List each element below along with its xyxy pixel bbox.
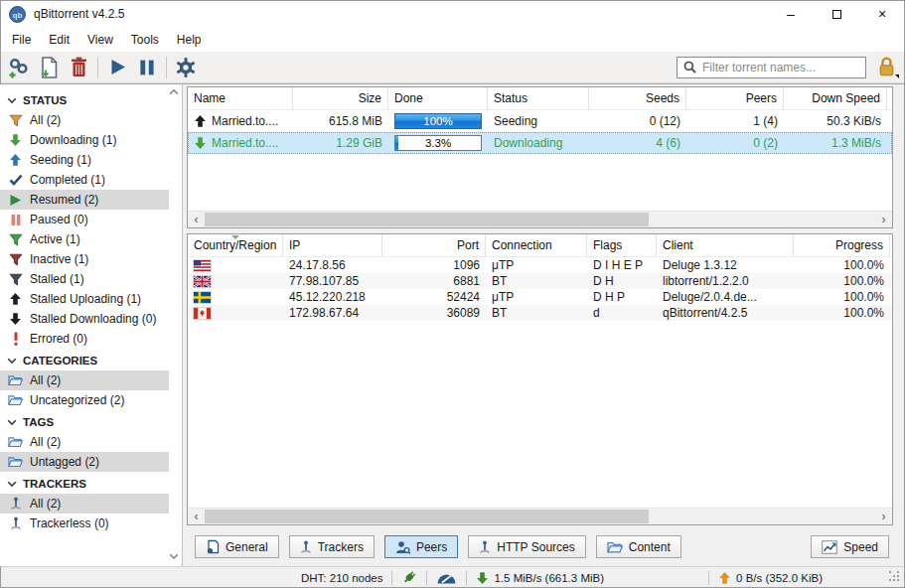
sidebar-item-label: Stalled Uploading (1): [30, 292, 141, 306]
scroll-thumb[interactable]: [205, 510, 649, 523]
sidebar-item-paused-0[interactable]: Paused (0): [0, 210, 169, 229]
sidebar-item-downloading-1[interactable]: Downloading (1): [0, 130, 169, 150]
arrow-down-green-icon: [8, 133, 23, 147]
peer-client-cell: Deluge/2.0.4.de...: [657, 289, 794, 305]
sidebar-item-label: Seeding (1): [30, 153, 91, 167]
peers-column-header-flags[interactable]: Flags: [587, 234, 657, 256]
sidebar-item-stalled-1[interactable]: Stalled (1): [0, 269, 169, 289]
peer-row[interactable]: 172.98.67.6436089BTdqBittorrent/4.2.5100…: [188, 305, 892, 321]
peer-progress-cell: 100.0%: [794, 305, 890, 321]
tab-http-sources[interactable]: HTTP Sources: [468, 535, 585, 558]
sidebar-item-errored-0[interactable]: Errored (0): [0, 329, 169, 349]
search-input[interactable]: Filter torrent names...: [677, 57, 866, 78]
peer-country-cell: [188, 289, 283, 305]
peers-column-header-client[interactable]: Client: [657, 234, 794, 256]
torrent-column-header-down-speed[interactable]: Down Speed: [784, 87, 887, 109]
peer-row[interactable]: 77.98.107.856881BTD Hlibtorrent/1.2.2.01…: [188, 273, 892, 289]
sidebar-item-trackerless-0[interactable]: Trackerless (0): [0, 514, 169, 533]
resize-grip[interactable]: [889, 571, 891, 573]
tracker-icon: [300, 540, 312, 554]
peer-row[interactable]: 24.17.8.561096μTPD I H E PDeluge 1.3.121…: [188, 257, 892, 273]
sidebar-item-uncategorized-2[interactable]: Uncategorized (2): [0, 390, 169, 410]
sidebar-item-stalled-downloading-0[interactable]: Stalled Downloading (0): [0, 309, 169, 329]
peer-flags-cell: d: [587, 305, 657, 321]
sidebar-scroll-up-icon[interactable]: [169, 88, 179, 95]
torrent-column-header-peers[interactable]: Peers: [686, 87, 784, 109]
torrent-done-cell: 3.3%: [388, 132, 488, 154]
scroll-left-icon[interactable]: ‹: [188, 212, 205, 228]
maximize-button[interactable]: [814, 0, 859, 28]
main-pane: NameSizeDoneStatusSeedsPeersDown Speed M…: [187, 84, 905, 566]
peer-ip-cell: 45.12.220.218: [283, 289, 382, 305]
sidebar-item-stalled-uploading-1[interactable]: Stalled Uploading (1): [0, 289, 169, 309]
torrent-column-header-size[interactable]: Size: [293, 87, 388, 109]
torrent-done-cell: 100%: [388, 110, 488, 132]
sidebar-item-label: All (2): [30, 435, 61, 449]
sidebar-item-untagged-2[interactable]: Untagged (2): [0, 452, 169, 472]
options-button[interactable]: [171, 54, 201, 81]
upload-speed-status[interactable]: 0 B/s (352.0 KiB): [718, 571, 823, 585]
peers-column-header-country-region[interactable]: Country/Region: [188, 234, 283, 256]
connection-plug-icon[interactable]: [401, 570, 417, 585]
add-torrent-link-button[interactable]: [4, 54, 34, 81]
statusbar-separator: [466, 571, 467, 585]
sidebar-item-resumed-2[interactable]: Resumed (2): [0, 190, 169, 210]
flag-us-icon: [194, 260, 211, 271]
menu-edit[interactable]: Edit: [40, 30, 78, 50]
torrent-column-header-seeds[interactable]: Seeds: [589, 87, 686, 109]
menu-tools[interactable]: Tools: [122, 30, 168, 50]
torrent-row[interactable]: Married.to....615.8 MiB100%Seeding0 (12)…: [188, 110, 892, 132]
tab-content[interactable]: Content: [596, 535, 681, 558]
menu-help[interactable]: Help: [168, 30, 211, 50]
scroll-left-icon[interactable]: ‹: [188, 509, 205, 525]
torrent-column-header-status[interactable]: Status: [488, 87, 589, 109]
torrent-size-cell: 1.29 GiB: [293, 132, 388, 154]
peers-column-header-ip[interactable]: IP: [283, 234, 382, 256]
peer-row[interactable]: 45.12.220.21852424μTPD H PDeluge/2.0.4.d…: [188, 289, 892, 305]
add-torrent-file-button[interactable]: [34, 54, 64, 81]
sidebar-item-all-2[interactable]: All (2): [0, 494, 169, 514]
torrent-column-header-done[interactable]: Done: [388, 87, 488, 109]
peer-filler-cell: [890, 273, 902, 289]
sidebar-scroll-down-icon[interactable]: [169, 553, 179, 560]
sidebar-item-label: Errored (0): [30, 332, 87, 346]
sidebar-item-seeding-1[interactable]: Seeding (1): [0, 150, 169, 170]
peer-progress-cell: 100.0%: [794, 257, 890, 273]
speed-button-label: Speed: [843, 540, 878, 554]
scroll-thumb[interactable]: [205, 213, 649, 226]
sidebar-item-all-2[interactable]: All (2): [0, 110, 169, 130]
tab-general[interactable]: General: [195, 535, 279, 558]
scroll-right-icon[interactable]: ›: [875, 509, 892, 525]
window-title: qBittorrent v4.2.5: [34, 7, 124, 21]
peers-hscrollbar[interactable]: ‹ ›: [188, 508, 892, 524]
peers-column-header-progress[interactable]: Progress: [794, 234, 890, 256]
torrent-column-header-name[interactable]: Name: [188, 87, 293, 109]
scroll-right-icon[interactable]: ›: [875, 212, 892, 228]
sidebar-section-title: TAGS: [23, 416, 54, 428]
menu-file[interactable]: File: [3, 30, 40, 50]
close-button[interactable]: ×: [859, 0, 905, 28]
sidebar-item-label: Resumed (2): [30, 193, 98, 207]
sidebar-item-active-1[interactable]: Active (1): [0, 229, 169, 249]
delete-button[interactable]: [64, 54, 93, 81]
tracker-icon: [8, 516, 23, 530]
peers-column-header-port[interactable]: Port: [382, 234, 486, 256]
minimize-button[interactable]: –: [768, 0, 814, 28]
lock-button[interactable]: [873, 55, 899, 80]
resume-button[interactable]: [102, 54, 132, 81]
progress-bar: 3.3%: [394, 135, 482, 151]
menu-view[interactable]: View: [78, 30, 122, 50]
speed-button[interactable]: Speed: [811, 535, 889, 558]
torrent-hscrollbar[interactable]: ‹ ›: [188, 211, 892, 227]
sidebar-item-completed-1[interactable]: Completed (1): [0, 170, 169, 190]
download-speed-status[interactable]: 1.5 MiB/s (661.3 MiB): [476, 571, 604, 585]
pause-button[interactable]: [132, 54, 162, 81]
torrent-row[interactable]: Married.to....1.29 GiB3.3%Downloading4 (…: [188, 132, 892, 154]
sidebar-item-all-2[interactable]: All (2): [0, 370, 169, 390]
peers-column-header-connection[interactable]: Connection: [486, 234, 587, 256]
speed-limits-gauge-icon[interactable]: [436, 572, 457, 584]
tab-trackers[interactable]: Trackers: [289, 535, 375, 558]
tab-peers[interactable]: Peers: [384, 535, 458, 558]
sidebar-item-all-2[interactable]: All (2): [0, 432, 169, 452]
sidebar-item-inactive-1[interactable]: Inactive (1): [0, 249, 169, 269]
